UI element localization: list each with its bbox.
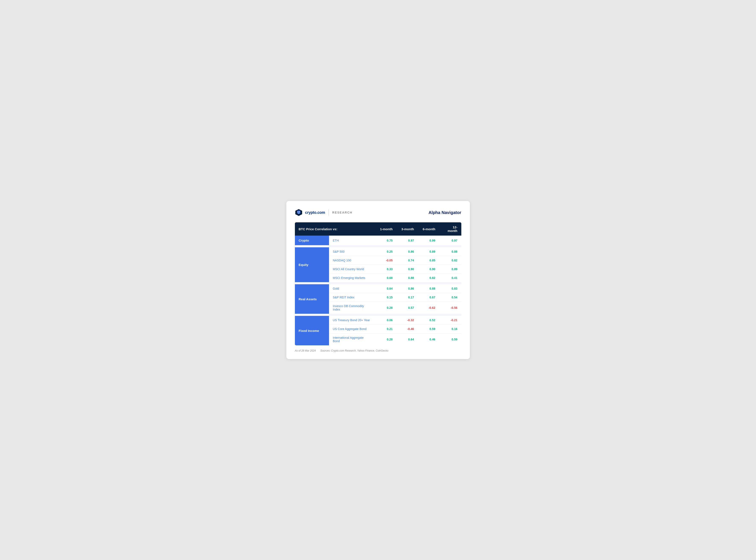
col-header-12month: 12-month — [439, 222, 461, 236]
value-cell: 0.57 — [396, 302, 418, 314]
value-cell: 0.90 — [418, 265, 439, 274]
header-divider — [329, 209, 329, 216]
value-cell: 0.86 — [396, 284, 418, 293]
instrument-cell: Invesco DB Commodity Index — [329, 302, 375, 314]
value-cell: 0.97 — [439, 236, 461, 245]
instrument-cell: S&P REIT Index — [329, 293, 375, 302]
value-cell: 0.83 — [439, 284, 461, 293]
logo-area: crypto.com RESEARCH — [295, 209, 353, 216]
logo-text: crypto.com — [305, 211, 325, 215]
value-cell: 0.82 — [418, 274, 439, 282]
table-row: Fixed IncomeUS Treasury Bond 20+ Year0.0… — [295, 316, 461, 325]
instrument-cell: MSCI Emerging Markets — [329, 274, 375, 282]
value-cell: 0.21 — [375, 325, 396, 334]
instrument-cell: Gold — [329, 284, 375, 293]
value-cell: 0.88 — [418, 284, 439, 293]
col-header-6month: 6-month — [418, 222, 439, 236]
category-cell: Fixed Income — [295, 316, 329, 345]
footer-date: As of 28 Mar 2024 — [295, 349, 316, 352]
research-label: RESEARCH — [332, 211, 353, 214]
value-cell: 0.28 — [375, 334, 396, 345]
value-cell: 0.89 — [439, 265, 461, 274]
value-cell: 0.97 — [396, 236, 418, 245]
value-cell: 0.59 — [418, 325, 439, 334]
value-cell: -0.62 — [418, 302, 439, 314]
value-cell: 0.64 — [396, 334, 418, 345]
crypto-logo-icon — [295, 209, 302, 216]
category-separator — [295, 282, 461, 284]
value-cell: 0.67 — [418, 293, 439, 302]
value-cell: 0.75 — [375, 236, 396, 245]
category-cell: Real Assets — [295, 284, 329, 314]
table-header-row: BTC Price Correlation vs: 1-month 3-mont… — [295, 222, 461, 236]
value-cell: 0.28 — [375, 302, 396, 314]
value-cell: 0.41 — [439, 274, 461, 282]
instrument-cell: US Core Aggregate Bond — [329, 325, 375, 334]
value-cell: 0.52 — [418, 316, 439, 325]
category-cell: Crypto — [295, 236, 329, 245]
svg-point-5 — [298, 212, 298, 212]
footer-sources: Sources: Crypto.com Research, Yahoo Fina… — [320, 349, 388, 352]
value-cell: 0.64 — [375, 284, 396, 293]
value-cell: 0.33 — [375, 265, 396, 274]
value-cell: -0.21 — [439, 316, 461, 325]
value-cell: 0.16 — [439, 325, 461, 334]
value-cell: 0.25 — [375, 247, 396, 256]
col-header-1month: 1-month — [375, 222, 396, 236]
instrument-cell: International Aggregate Bond — [329, 334, 375, 345]
col-header-3month: 3-month — [396, 222, 418, 236]
value-cell: 0.59 — [439, 334, 461, 345]
value-cell: 0.46 — [418, 334, 439, 345]
value-cell: 0.86 — [396, 247, 418, 256]
value-cell: 0.82 — [439, 256, 461, 265]
instrument-cell: US Treasury Bond 20+ Year — [329, 316, 375, 325]
value-cell: 0.54 — [439, 293, 461, 302]
header: crypto.com RESEARCH Alpha Navigator — [295, 209, 461, 216]
value-cell: 0.99 — [418, 236, 439, 245]
footer: As of 28 Mar 2024 Sources: Crypto.com Re… — [295, 349, 461, 352]
value-cell: 0.68 — [375, 274, 396, 282]
instrument-cell: MSCI All Country World — [329, 265, 375, 274]
value-cell: -0.46 — [396, 325, 418, 334]
value-cell: 0.06 — [375, 316, 396, 325]
col-header-label: BTC Price Correlation vs: — [295, 222, 375, 236]
table-row: CryptoETH0.750.970.990.97 — [295, 236, 461, 245]
instrument-cell: S&P 500 — [329, 247, 375, 256]
table-row: Real AssetsGold0.640.860.880.83 — [295, 284, 461, 293]
value-cell: 0.89 — [418, 247, 439, 256]
value-cell: 0.85 — [418, 256, 439, 265]
value-cell: -0.32 — [396, 316, 418, 325]
svg-point-2 — [297, 211, 300, 214]
value-cell: -0.56 — [439, 302, 461, 314]
main-card: crypto.com RESEARCH Alpha Navigator BTC … — [286, 201, 470, 359]
value-cell: 0.90 — [396, 265, 418, 274]
value-cell: 0.17 — [396, 293, 418, 302]
value-cell: 0.88 — [439, 247, 461, 256]
value-cell: 0.15 — [375, 293, 396, 302]
category-separator — [295, 314, 461, 316]
category-separator — [295, 245, 461, 247]
value-cell: -0.05 — [375, 256, 396, 265]
category-cell: Equity — [295, 247, 329, 282]
instrument-cell: ETH — [329, 236, 375, 245]
svg-point-6 — [299, 212, 300, 212]
table-row: EquityS&P 5000.250.860.890.88 — [295, 247, 461, 256]
instrument-cell: NASDAQ 100 — [329, 256, 375, 265]
value-cell: 0.74 — [396, 256, 418, 265]
value-cell: 0.88 — [396, 274, 418, 282]
correlation-table: BTC Price Correlation vs: 1-month 3-mont… — [295, 222, 461, 345]
alpha-navigator-title: Alpha Navigator — [428, 210, 461, 215]
